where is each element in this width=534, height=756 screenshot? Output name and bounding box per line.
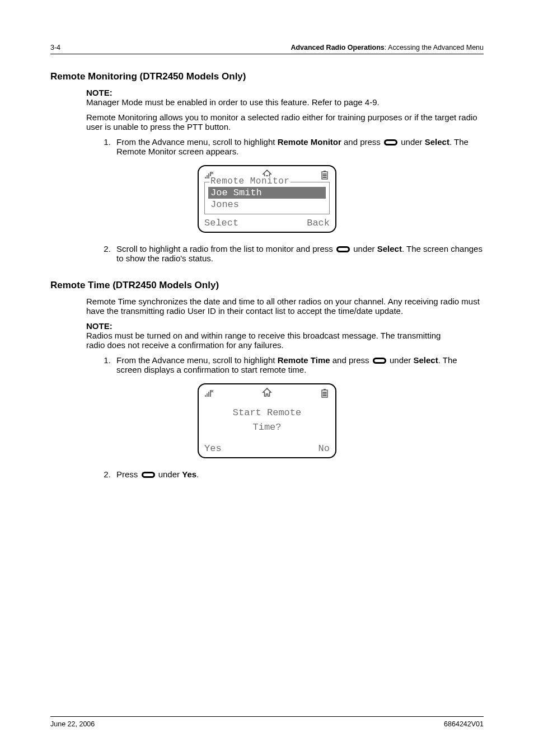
note-remote-time: NOTE: Radios must be turned on and withi… bbox=[86, 321, 484, 350]
step1-bold-select: Select bbox=[425, 137, 449, 147]
heading-remote-time: Remote Time (DTR2450 Models Only) bbox=[50, 280, 484, 291]
rt-step2-text-a: Press bbox=[116, 469, 140, 479]
svg-rect-2 bbox=[323, 173, 327, 175]
softkey-icon bbox=[373, 358, 386, 364]
steps-remote-time-2: Press under Yes. bbox=[86, 469, 484, 479]
rt-step1-text-c: and press bbox=[330, 355, 372, 365]
svg-rect-9 bbox=[323, 395, 327, 396]
rt-step2-bold-yes: Yes bbox=[182, 469, 196, 479]
rt-step1-bold-remote-time: Remote Time bbox=[278, 355, 330, 365]
step1-text-a: From the Advance menu, scroll to highlig… bbox=[116, 137, 278, 147]
note-remote-monitoring: NOTE: Manager Mode must be enabled in or… bbox=[86, 88, 484, 107]
footer-date: June 22, 2006 bbox=[50, 720, 95, 728]
note-text: Manager Mode must be enabled in order to… bbox=[86, 97, 450, 107]
svg-rect-4 bbox=[323, 177, 327, 178]
header-section-rest: : Accessing the Advanced Menu bbox=[385, 44, 484, 51]
step2-text-a: Scroll to highlight a radio from the lis… bbox=[116, 244, 335, 253]
svg-rect-8 bbox=[323, 393, 327, 395]
softkey-icon bbox=[142, 472, 155, 478]
steps-remote-time: From the Advance menu, scroll to highlig… bbox=[86, 355, 484, 374]
page-footer: June 22, 2006 6864242V01 bbox=[50, 716, 484, 728]
para-remote-time: Remote Time synchronizes the date and ti… bbox=[86, 297, 484, 316]
page-header: 3-4 Advanced Radio Operations: Accessing… bbox=[50, 44, 484, 54]
step2-text-b: under bbox=[351, 244, 377, 253]
lcd-message-line1: Start Remote bbox=[204, 406, 330, 420]
lcd-screen-remote-time: Start Remote Time? Yes No bbox=[198, 383, 336, 458]
heading-remote-monitoring: Remote Monitoring (DTR2450 Models Only) bbox=[50, 71, 484, 82]
lcd-softkey-left[interactable]: Select bbox=[204, 218, 238, 228]
note-text: Radios must be turned on and within rang… bbox=[86, 331, 450, 350]
svg-rect-6 bbox=[324, 389, 326, 390]
lcd-status-bar bbox=[204, 388, 330, 399]
lcd-message-line2: Time? bbox=[204, 420, 330, 435]
step-1-remote-time: From the Advance menu, scroll to highlig… bbox=[113, 355, 484, 374]
rt-step1-bold-select: Select bbox=[414, 355, 438, 365]
para-remote-monitoring: Remote Monitoring allows you to monitor … bbox=[86, 112, 484, 132]
note-label: NOTE: bbox=[86, 321, 118, 331]
lcd-softkey-right[interactable]: No bbox=[318, 443, 330, 454]
lcd-list-panel: Remote Monitor Joe Smith Jones bbox=[204, 182, 330, 214]
step1-bold-remote-monitor: Remote Monitor bbox=[278, 137, 341, 147]
rt-step1-text-d: under bbox=[387, 355, 414, 365]
lcd-softkey-row: Yes No bbox=[204, 443, 330, 454]
battery-icon bbox=[320, 171, 330, 180]
lcd-list-title: Remote Monitor bbox=[209, 176, 291, 186]
lcd-softkey-right[interactable]: Back bbox=[307, 218, 330, 228]
lcd-list-item[interactable]: Jones bbox=[208, 199, 326, 210]
home-icon bbox=[262, 388, 272, 397]
rt-step2-text-b: under bbox=[156, 469, 182, 479]
rt-step1-text-a: From the Advance menu, scroll to highlig… bbox=[116, 355, 278, 365]
step1-text-c: and press bbox=[341, 137, 383, 147]
header-breadcrumb: Advanced Radio Operations: Accessing the… bbox=[291, 44, 484, 51]
step1-text-d: under bbox=[399, 137, 425, 147]
svg-rect-1 bbox=[324, 171, 326, 172]
footer-doc-id: 6864242V01 bbox=[444, 720, 484, 728]
softkey-icon bbox=[336, 246, 350, 252]
page-number: 3-4 bbox=[50, 44, 60, 51]
battery-icon bbox=[320, 389, 330, 398]
step-2-remote-time: Press under Yes. bbox=[113, 469, 484, 479]
rt-step2-text-d: . bbox=[196, 469, 199, 479]
lcd-softkey-left[interactable]: Yes bbox=[204, 443, 222, 454]
softkey-icon bbox=[384, 139, 397, 145]
signal-icon bbox=[204, 389, 214, 398]
step2-bold-select: Select bbox=[377, 244, 402, 253]
lcd-message: Start Remote Time? bbox=[204, 406, 330, 434]
step-2-remote-monitoring: Scroll to highlight a radio from the lis… bbox=[113, 244, 484, 263]
step-1-remote-monitoring: From the Advance menu, scroll to highlig… bbox=[113, 137, 484, 156]
steps-remote-monitoring-2: Scroll to highlight a radio from the lis… bbox=[86, 244, 484, 263]
lcd-list-item-selected[interactable]: Joe Smith bbox=[208, 187, 326, 199]
svg-rect-3 bbox=[323, 175, 327, 176]
header-section-bold: Advanced Radio Operations bbox=[291, 44, 384, 51]
steps-remote-monitoring: From the Advance menu, scroll to highlig… bbox=[86, 137, 484, 156]
lcd-screen-remote-monitor: Remote Monitor Joe Smith Jones Select Ba… bbox=[198, 165, 336, 233]
lcd-softkey-row: Select Back bbox=[204, 218, 330, 228]
svg-rect-7 bbox=[323, 392, 327, 393]
note-label: NOTE: bbox=[86, 88, 118, 97]
